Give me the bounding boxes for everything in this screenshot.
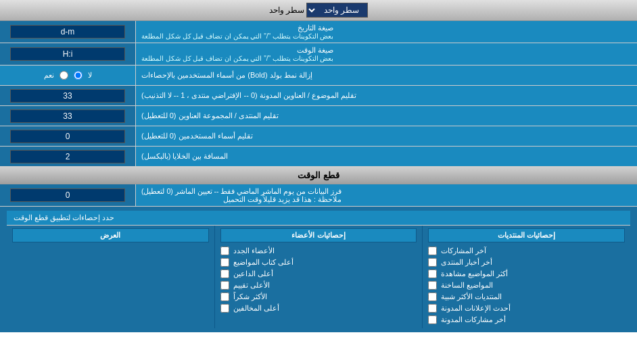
date-format-label: صيغة التاريخ بعض التكوينات يتطلب "/" الت… [135, 21, 637, 43]
stats-grid: إحصائيات المنتديات آخر المشاركات أخر أخب… [7, 226, 630, 328]
realtime-section-header: قطع الوقت [0, 167, 637, 184]
forum-titles-label: تقليم المنتدى / المجموعة العناوين (0 للت… [135, 106, 637, 126]
stats-col-forums: إحصائيات المنتديات آخر المشاركات أخر أخب… [423, 226, 630, 328]
radio-yes[interactable] [60, 71, 68, 80]
cell-spacing-input-cell [0, 147, 135, 166]
usernames-input[interactable] [10, 130, 124, 143]
display-select[interactable]: سطر واحد سطران ثلاثة أسطر [306, 3, 368, 18]
usernames-row: تقليم أسماء المستخدمين (0 للتعطيل) [0, 126, 637, 147]
topics-titles-input[interactable] [10, 89, 124, 103]
display-label: سطر واحد [269, 5, 304, 15]
stats-item-m4: الأعلى تقييم [220, 280, 417, 291]
time-format-row: صيغة الوقت بعض التكوينات يتطلب "/" التي … [0, 43, 637, 66]
col2-checkbox-3[interactable] [220, 281, 229, 290]
col1-header: إحصائيات المنتديات [428, 228, 625, 242]
bold-remove-label: إزالة نمط بولد (Bold) من أسماء المستخدمي… [135, 66, 637, 85]
filter-label: فرز البيانات من يوم الماشر الماضي فقط --… [135, 184, 637, 206]
col1-checkbox-3[interactable] [428, 281, 437, 290]
radio-no-label: لا [88, 71, 92, 80]
cell-spacing-input[interactable] [10, 150, 124, 163]
col2-checkbox-1[interactable] [220, 258, 229, 267]
bold-remove-row: إزالة نمط بولد (Bold) من أسماء المستخدمي… [0, 66, 637, 86]
stats-col-display: العرض [7, 226, 214, 328]
col2-checkbox-4[interactable] [220, 292, 229, 301]
stats-item-3: أكثر المواضيع مشاهدة [428, 268, 625, 280]
stats-item-4: المواضيع الساخنة [428, 280, 625, 291]
time-format-label: صيغة الوقت بعض التكوينات يتطلب "/" التي … [135, 43, 637, 65]
col2-checkbox-2[interactable] [220, 269, 229, 278]
date-format-row: صيغة التاريخ بعض التكوينات يتطلب "/" الت… [0, 21, 637, 43]
date-format-input-cell [0, 21, 135, 43]
radio-no[interactable] [74, 71, 82, 80]
forum-titles-input[interactable] [10, 109, 124, 123]
bold-remove-radio-cell: نعم لا [0, 66, 135, 85]
col2-header: إحصائيات الأعضاء [220, 228, 417, 242]
stats-item-7: أخر مشاركات المدونة [428, 314, 625, 326]
cell-spacing-row: المسافة بين الخلايا (بالبكسل) [0, 147, 637, 167]
forum-titles-row: تقليم المنتدى / المجموعة العناوين (0 للت… [0, 106, 637, 126]
usernames-label: تقليم أسماء المستخدمين (0 للتعطيل) [135, 126, 637, 146]
stats-title-row: حدد إحصاءات لتطبيق قطع الوقت [7, 211, 630, 226]
stats-col-members: إحصائيات الأعضاء الأعضاء الجدد أعلى كتاب… [215, 226, 423, 328]
stats-item-m5: الأكثر شكراً [220, 291, 417, 303]
time-format-input[interactable] [10, 47, 124, 61]
stats-item-m3: أعلى الداعين [220, 268, 417, 280]
filter-input[interactable] [10, 188, 124, 202]
cell-spacing-label: المسافة بين الخلايا (بالبكسل) [135, 147, 637, 166]
filter-input-cell [0, 184, 135, 206]
col1-checkbox-6[interactable] [428, 315, 437, 324]
main-container: سطر واحد سطران ثلاثة أسطر سطر واحد صيغة … [0, 0, 637, 332]
time-format-input-cell [0, 43, 135, 65]
stats-item-m1: الأعضاء الجدد [220, 245, 417, 257]
radio-yes-label: نعم [44, 71, 54, 80]
header-row: سطر واحد سطران ثلاثة أسطر سطر واحد [0, 0, 637, 21]
usernames-input-cell [0, 126, 135, 146]
stats-item-m2: أعلى كتاب المواضيع [220, 257, 417, 268]
col3-header: العرض [12, 228, 209, 242]
stats-section: حدد إحصاءات لتطبيق قطع الوقت إحصائيات ال… [0, 207, 637, 332]
topics-titles-label: تقليم الموضوع / العناوين المدونة (0 -- ا… [135, 86, 637, 105]
col1-checkbox-4[interactable] [428, 292, 437, 301]
col2-checkbox-5[interactable] [220, 304, 229, 313]
stats-item-6: أحدث الإعلانات المدونة [428, 303, 625, 314]
col1-checkbox-0[interactable] [428, 246, 437, 255]
col2-checkbox-0[interactable] [220, 246, 229, 255]
stats-item-m6: أعلى المخالفين [220, 303, 417, 314]
date-format-input[interactable] [10, 25, 124, 38]
topics-titles-row: تقليم الموضوع / العناوين المدونة (0 -- ا… [0, 86, 637, 106]
col1-checkbox-5[interactable] [428, 304, 437, 313]
stats-item-2: أخر أخبار المنتدى [428, 257, 625, 268]
filter-row: فرز البيانات من يوم الماشر الماضي فقط --… [0, 184, 637, 207]
col1-checkbox-1[interactable] [428, 258, 437, 267]
forum-titles-input-cell [0, 106, 135, 126]
col-divider [422, 226, 423, 328]
col1-checkbox-2[interactable] [428, 269, 437, 278]
stats-item-5: المنتديات الأكثر شبية [428, 291, 625, 303]
topics-titles-input-cell [0, 86, 135, 105]
stats-item-1: آخر المشاركات [428, 245, 625, 257]
col-divider-2 [214, 226, 215, 328]
